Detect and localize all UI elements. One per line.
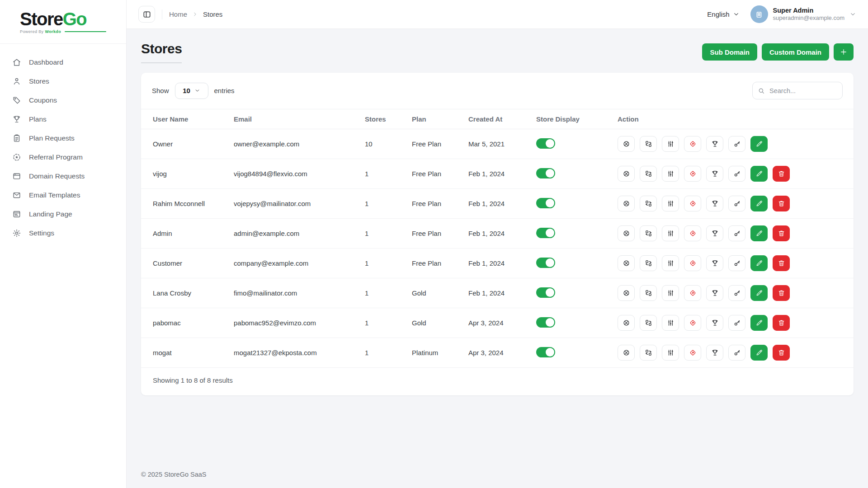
store-settings-button[interactable] bbox=[662, 136, 679, 152]
upgrade-plan-button[interactable] bbox=[706, 196, 723, 211]
store-display-toggle[interactable] bbox=[536, 347, 555, 357]
reset-password-button[interactable] bbox=[728, 136, 745, 152]
store-grid-button[interactable] bbox=[618, 345, 635, 361]
sidebar-item-plan-requests[interactable]: Plan Requests bbox=[0, 129, 126, 148]
delete-store-button[interactable] bbox=[773, 225, 790, 241]
store-grid-button[interactable] bbox=[618, 136, 635, 152]
store-link-button[interactable] bbox=[684, 166, 701, 182]
sidebar-item-domain-requests[interactable]: Domain Requests bbox=[0, 167, 126, 186]
edit-store-button[interactable] bbox=[750, 255, 768, 271]
store-link-button[interactable] bbox=[684, 285, 701, 301]
sidebar-item-landing-page[interactable]: Landing Page bbox=[0, 205, 126, 224]
sub-domain-button[interactable]: Sub Domain bbox=[702, 43, 757, 61]
page-size-select[interactable]: 10 bbox=[175, 83, 208, 99]
trash-icon bbox=[778, 319, 785, 327]
reset-password-button[interactable] bbox=[728, 255, 745, 271]
store-settings-button[interactable] bbox=[662, 225, 679, 241]
delete-store-button[interactable] bbox=[773, 285, 790, 301]
sidebar-item-settings[interactable]: Settings bbox=[0, 224, 126, 243]
edit-store-button[interactable] bbox=[750, 285, 768, 301]
redirect-icon bbox=[689, 289, 697, 297]
edit-store-button[interactable] bbox=[750, 196, 768, 211]
edit-store-button[interactable] bbox=[750, 315, 768, 331]
layout-icon bbox=[12, 210, 21, 219]
upgrade-plan-button[interactable] bbox=[706, 315, 723, 331]
delete-store-button[interactable] bbox=[773, 166, 790, 182]
language-label: English bbox=[707, 10, 729, 18]
search-input[interactable] bbox=[752, 82, 843, 99]
sidebar-item-coupons[interactable]: Coupons bbox=[0, 91, 126, 110]
swap-store-button[interactable] bbox=[640, 285, 657, 301]
store-grid-button[interactable] bbox=[618, 285, 635, 301]
sidebar-item-email-templates[interactable]: Email Templates bbox=[0, 186, 126, 205]
store-display-toggle[interactable] bbox=[536, 198, 555, 208]
upgrade-plan-button[interactable] bbox=[706, 285, 723, 301]
upgrade-plan-button[interactable] bbox=[706, 255, 723, 271]
store-link-button[interactable] bbox=[684, 255, 701, 271]
sidebar-item-stores[interactable]: Stores bbox=[0, 72, 126, 91]
sidebar-item-plans[interactable]: Plans bbox=[0, 110, 126, 129]
swap-store-button[interactable] bbox=[640, 196, 657, 211]
add-store-button[interactable] bbox=[834, 43, 854, 61]
sidebar-toggle-button[interactable] bbox=[138, 6, 155, 23]
store-link-button[interactable] bbox=[684, 136, 701, 152]
store-settings-button[interactable] bbox=[662, 255, 679, 271]
chevron-down-icon bbox=[849, 11, 856, 18]
store-settings-button[interactable] bbox=[662, 166, 679, 182]
store-settings-button[interactable] bbox=[662, 315, 679, 331]
delete-store-button[interactable] bbox=[773, 315, 790, 331]
upgrade-plan-button[interactable] bbox=[706, 225, 723, 241]
user-menu[interactable]: Super Admin superadmin@example.com bbox=[750, 5, 856, 23]
store-settings-button[interactable] bbox=[662, 196, 679, 211]
reset-password-button[interactable] bbox=[728, 345, 745, 361]
page-body: Stores Sub Domain Custom Domain Show 10 … bbox=[127, 29, 868, 463]
store-link-button[interactable] bbox=[684, 196, 701, 211]
store-link-button[interactable] bbox=[684, 345, 701, 361]
store-grid-button[interactable] bbox=[618, 225, 635, 241]
table-row: mogat mogat21327@ekposta.com 1 Platinum … bbox=[141, 338, 854, 368]
cell-actions bbox=[613, 249, 854, 278]
edit-store-button[interactable] bbox=[750, 345, 768, 361]
language-dropdown[interactable]: English bbox=[707, 10, 739, 18]
sidebar-item-dashboard[interactable]: Dashboard bbox=[0, 53, 126, 72]
store-display-toggle[interactable] bbox=[536, 258, 555, 268]
upgrade-plan-button[interactable] bbox=[706, 345, 723, 361]
store-settings-button[interactable] bbox=[662, 285, 679, 301]
breadcrumb-home[interactable]: Home bbox=[169, 10, 187, 18]
edit-store-button[interactable] bbox=[750, 225, 768, 241]
store-display-toggle[interactable] bbox=[536, 228, 555, 238]
reset-password-button[interactable] bbox=[728, 225, 745, 241]
reset-password-button[interactable] bbox=[728, 166, 745, 182]
edit-store-button[interactable] bbox=[750, 166, 768, 182]
store-grid-button[interactable] bbox=[618, 315, 635, 331]
store-link-button[interactable] bbox=[684, 315, 701, 331]
store-link-button[interactable] bbox=[684, 225, 701, 241]
store-grid-button[interactable] bbox=[618, 166, 635, 182]
store-display-toggle[interactable] bbox=[536, 168, 555, 178]
chevron-down-icon bbox=[194, 88, 200, 94]
delete-store-button[interactable] bbox=[773, 345, 790, 361]
store-display-toggle[interactable] bbox=[536, 287, 555, 298]
swap-store-button[interactable] bbox=[640, 136, 657, 152]
swap-store-button[interactable] bbox=[640, 225, 657, 241]
store-grid-button[interactable] bbox=[618, 196, 635, 211]
reset-password-button[interactable] bbox=[728, 196, 745, 211]
delete-store-button[interactable] bbox=[773, 196, 790, 211]
swap-store-button[interactable] bbox=[640, 315, 657, 331]
edit-store-button[interactable] bbox=[750, 136, 768, 152]
upgrade-plan-button[interactable] bbox=[706, 166, 723, 182]
swap-store-button[interactable] bbox=[640, 345, 657, 361]
sidebar-item-referral-program[interactable]: Referral Program bbox=[0, 148, 126, 167]
store-display-toggle[interactable] bbox=[536, 138, 555, 149]
delete-store-button[interactable] bbox=[773, 255, 790, 271]
brand-logo[interactable]: StoreGo Powered By Workdo bbox=[0, 0, 126, 44]
store-display-toggle[interactable] bbox=[536, 317, 555, 328]
reset-password-button[interactable] bbox=[728, 315, 745, 331]
store-grid-button[interactable] bbox=[618, 255, 635, 271]
swap-store-button[interactable] bbox=[640, 255, 657, 271]
reset-password-button[interactable] bbox=[728, 285, 745, 301]
upgrade-plan-button[interactable] bbox=[706, 136, 723, 152]
swap-store-button[interactable] bbox=[640, 166, 657, 182]
store-settings-button[interactable] bbox=[662, 345, 679, 361]
custom-domain-button[interactable]: Custom Domain bbox=[762, 43, 829, 61]
